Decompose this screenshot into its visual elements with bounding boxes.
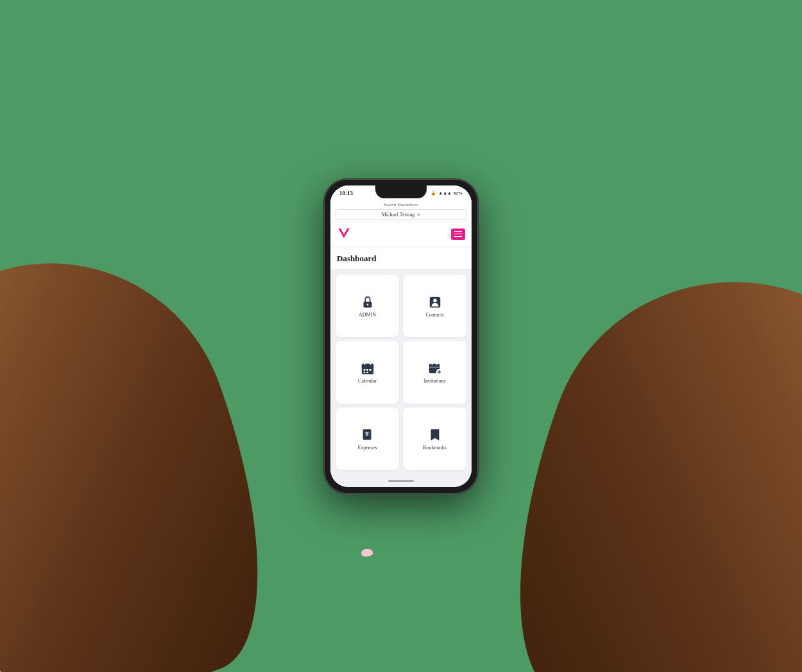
fingernail	[361, 548, 373, 557]
invitations-label: Invitations	[423, 378, 445, 384]
home-bar	[388, 480, 414, 482]
battery-icon: 62%	[454, 191, 463, 196]
grid-item-invitations[interactable]: Invitations	[403, 341, 466, 404]
signal-icon: ▲▲▲	[438, 191, 452, 196]
grid-item-expenses[interactable]: $ Expenses	[336, 408, 399, 470]
contacts-label: Contacts	[426, 312, 444, 318]
svg-rect-18	[429, 367, 439, 368]
svg-rect-10	[363, 369, 365, 371]
menu-line-1	[454, 231, 462, 232]
dashboard-grid: ADMIN Contacts	[330, 270, 472, 476]
phone-screen: 10:13 🔒 ▲▲▲ 62% Switch Executives: Micha…	[330, 185, 472, 487]
phone-wrapper: 10:13 🔒 ▲▲▲ 62% Switch Executives: Micha…	[324, 179, 478, 494]
grid-item-calendar[interactable]: Calendar	[336, 341, 399, 404]
expenses-icon: $	[361, 428, 375, 442]
svg-point-4	[433, 298, 437, 302]
svg-point-2	[366, 304, 368, 306]
menu-line-3	[454, 236, 462, 237]
svg-rect-13	[363, 372, 365, 374]
bookmarks-label: Bookmarks	[423, 445, 447, 451]
calendar-icon	[361, 361, 375, 375]
svg-marker-0	[338, 228, 350, 237]
svg-rect-11	[366, 369, 368, 371]
admin-label: ADMIN	[359, 312, 376, 318]
contacts-icon	[428, 295, 442, 309]
hamburger-icon	[454, 231, 462, 237]
status-time: 10:13	[339, 190, 353, 196]
switch-executives-banner[interactable]: Switch Executives: Michael Testing ∨	[330, 200, 472, 222]
grid-item-admin[interactable]: ADMIN	[336, 275, 399, 338]
calendar-label: Calendar	[358, 378, 377, 384]
page-title: Dashboard	[337, 254, 376, 263]
app-header	[330, 222, 472, 247]
status-bar: 10:13 🔒 ▲▲▲ 62%	[330, 185, 472, 200]
status-icons: 🔒 ▲▲▲ 62%	[431, 191, 463, 196]
dashboard-title-bar: Dashboard	[330, 247, 472, 270]
svg-rect-12	[369, 369, 371, 371]
switch-dropdown[interactable]: Michael Testing ∨	[336, 209, 466, 220]
grid-item-contacts[interactable]: Contacts	[403, 275, 466, 338]
svg-rect-7	[361, 367, 373, 368]
selected-executive: Michael Testing	[382, 212, 415, 218]
phone-frame: 10:13 🔒 ▲▲▲ 62% Switch Executives: Micha…	[324, 179, 478, 494]
bookmarks-icon	[428, 428, 442, 442]
svg-rect-14	[366, 372, 368, 374]
menu-line-2	[454, 234, 462, 235]
expenses-label: Expenses	[357, 445, 377, 451]
logo-icon	[337, 226, 351, 240]
grid-item-bookmarks[interactable]: Bookmarks	[403, 408, 466, 470]
switch-label: Switch Executives:	[336, 202, 466, 207]
lock-status-icon: 🔒	[431, 191, 436, 196]
chevron-down-icon: ∨	[417, 212, 420, 217]
home-indicator	[330, 476, 472, 487]
menu-button[interactable]	[451, 228, 465, 240]
logo	[337, 226, 351, 243]
invitations-icon	[428, 361, 442, 375]
lock-icon	[361, 295, 375, 309]
